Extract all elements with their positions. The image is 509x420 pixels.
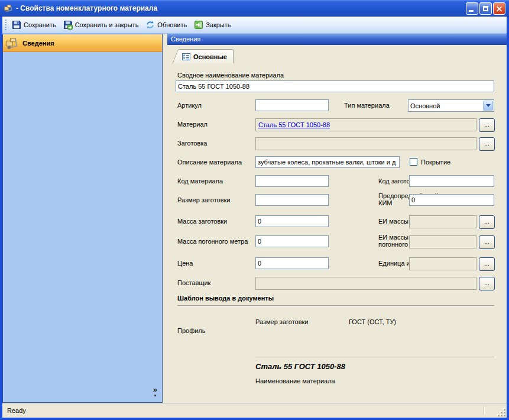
toolbar: Сохранить Сохранить и закрыть: [2, 17, 507, 34]
material-browse-button[interactable]: ...: [479, 118, 495, 132]
section-divider: [177, 305, 494, 306]
minimize-icon: [469, 10, 474, 12]
close-window-label: Закрыть: [206, 21, 231, 28]
refresh-button[interactable]: Обновить: [142, 18, 191, 31]
coating-checkbox[interactable]: [410, 158, 417, 166]
sidebar-header-label: Сведения: [22, 40, 54, 47]
summary-name-input[interactable]: [176, 80, 494, 92]
supplier-browse-button[interactable]: ...: [479, 277, 495, 290]
template-material-name: Сталь 55 ГОСТ 1050-88: [255, 362, 345, 371]
refresh-icon: [145, 20, 155, 30]
save-label: Сохранить: [24, 21, 56, 28]
article-label: Артикул: [177, 102, 202, 109]
form-icon: [181, 52, 191, 62]
template-material-caption: Наименование материала: [255, 377, 335, 385]
supplier-field: [255, 277, 476, 290]
linear-mass-unit-field: [409, 235, 476, 248]
sidebar-item-svedeniya[interactable]: Сведения: [3, 34, 162, 52]
template-section-title: Шаблон вывода в документы: [177, 295, 274, 302]
save-icon: [12, 20, 21, 30]
save-button[interactable]: Сохранить: [9, 18, 60, 31]
blank-mass-input[interactable]: [255, 215, 329, 227]
app-window: - Свойства номенклатурного материала Сох…: [0, 0, 509, 420]
cart-icon: [5, 36, 19, 50]
tab-page: Сводное наименование материала Артикул Т…: [167, 63, 507, 403]
coating-label: Покрытие: [421, 159, 450, 166]
unit-field: [409, 257, 476, 270]
titlebar[interactable]: - Свойства номенклатурного материала: [0, 0, 509, 17]
chevron-double-icon: »: [153, 387, 157, 393]
maximize-button[interactable]: [479, 2, 492, 15]
exit-icon: [194, 20, 203, 30]
blank-label: Заготовка: [177, 140, 207, 147]
refresh-label: Обновить: [157, 21, 187, 28]
material-type-label: Тип материала: [344, 102, 390, 109]
template-divider: [255, 357, 494, 357]
save-close-icon: [63, 20, 73, 30]
price-label: Цена: [177, 260, 193, 267]
tabstrip: Основные: [167, 45, 507, 63]
main-panel: Сведения Основные: [167, 34, 507, 403]
tab-osnovnye[interactable]: Основные: [180, 49, 234, 63]
material-code-input[interactable]: [255, 175, 329, 187]
app-cart-icon: [4, 4, 13, 13]
close-window-button[interactable]: Закрыть: [191, 18, 235, 31]
material-type-value: Основной: [410, 102, 440, 109]
panel-header: Сведения: [167, 34, 507, 45]
article-input[interactable]: [255, 99, 329, 111]
blank-size-input[interactable]: [255, 194, 329, 206]
material-label: Материал: [177, 121, 208, 128]
window-title: - Свойства номенклатурного материала: [16, 4, 157, 12]
blank-field: [255, 137, 476, 150]
save-close-button[interactable]: Сохранить и закрыть: [60, 18, 143, 31]
material-field: Сталь 55 ГОСТ 1050-88: [255, 118, 476, 131]
summary-name-label: Сводное наименование материала: [177, 72, 284, 79]
kim-input[interactable]: [409, 194, 494, 206]
minimize-button[interactable]: [466, 2, 478, 15]
maximize-icon: [483, 6, 488, 11]
tab-label: Основные: [193, 53, 227, 60]
profile-label: Профиль: [177, 327, 206, 334]
blank-mass-label: Масса заготовки: [177, 218, 227, 225]
description-label: Описание материала: [177, 159, 242, 166]
supplier-label: Поставщик: [177, 279, 210, 286]
material-code-label: Код материала: [177, 177, 223, 185]
template-gost-label: ГОСТ (ОСТ, ТУ): [349, 318, 396, 325]
linear-mass-unit-browse-button[interactable]: ...: [479, 235, 495, 249]
template-size-label: Размер заготовки: [255, 318, 309, 325]
chevron-caret-icon: ▼: [153, 393, 157, 399]
close-button[interactable]: [493, 2, 505, 15]
sidebar-configure-chevron[interactable]: » ▼: [153, 387, 157, 399]
blank-browse-button[interactable]: ...: [479, 137, 495, 151]
save-close-label: Сохранить и закрыть: [75, 21, 139, 28]
resize-grip[interactable]: [498, 409, 505, 416]
material-link[interactable]: Сталь 55 ГОСТ 1050-88: [258, 121, 330, 128]
material-type-select[interactable]: Основной: [408, 99, 494, 112]
combo-dropdown-icon[interactable]: [483, 101, 493, 111]
blank-size-label: Размер заготовки: [177, 196, 231, 203]
unit-browse-button[interactable]: ...: [479, 257, 495, 271]
toolbar-grip[interactable]: [5, 20, 7, 30]
linear-mass-label: Масса погонного метра: [177, 238, 248, 245]
description-input[interactable]: [255, 156, 400, 168]
statusbar: Ready: [2, 403, 507, 418]
linear-mass-input[interactable]: [255, 235, 329, 247]
status-text: Ready: [7, 407, 26, 414]
blank-mass-unit-browse-button[interactable]: ...: [479, 215, 495, 229]
price-input[interactable]: [255, 257, 329, 269]
blank-mass-unit-field: [409, 215, 476, 228]
content-area: Сведения » ▼ Сведения: [2, 34, 507, 403]
statusbar-separator: [484, 406, 484, 415]
blank-code-input[interactable]: [409, 175, 494, 187]
sidebar: Сведения » ▼: [2, 34, 163, 403]
